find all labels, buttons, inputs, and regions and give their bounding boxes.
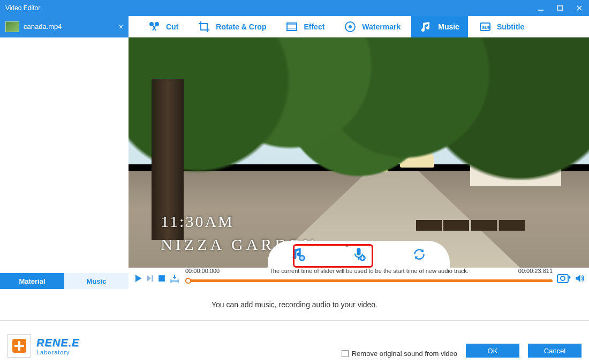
- step-button[interactable]: [145, 273, 155, 284]
- remove-original-sound-label: Remove original sound from video: [352, 350, 457, 358]
- playback-buttons: [133, 273, 181, 284]
- tab-subtitle[interactable]: SUB Subtitle: [470, 16, 533, 37]
- stop-button[interactable]: [156, 273, 167, 284]
- minimize-button[interactable]: [531, 0, 550, 16]
- svg-text:SUB: SUB: [482, 25, 491, 30]
- file-tab[interactable]: canada.mp4 ×: [0, 16, 129, 37]
- close-button[interactable]: [570, 0, 589, 16]
- side-tab-music-label: Music: [87, 277, 107, 285]
- toolbar: Cut Rotate & Crop Effect Watermark Music…: [129, 16, 589, 37]
- tab-rotate-crop[interactable]: Rotate & Crop: [189, 16, 275, 37]
- music-panel-hint: You can add music, recording audio to yo…: [0, 289, 589, 320]
- window-controls: [531, 0, 589, 16]
- ok-button[interactable]: OK: [466, 344, 519, 358]
- file-name: canada.mp4: [24, 22, 62, 31]
- svg-point-14: [561, 276, 565, 280]
- music-plus-icon: [291, 247, 306, 262]
- timeline-track[interactable]: [185, 279, 553, 282]
- close-tab-icon[interactable]: ×: [119, 22, 123, 31]
- tab-music[interactable]: Music: [411, 16, 468, 37]
- side-tab-music[interactable]: Music: [64, 273, 129, 289]
- timeline-playhead[interactable]: [185, 278, 191, 284]
- music-panel-hint-text: You can add music, recording audio to yo…: [212, 300, 377, 309]
- svg-rect-10: [357, 248, 360, 255]
- cancel-button[interactable]: Cancel: [528, 344, 582, 358]
- video-overlay-time: 11:30AM: [161, 213, 234, 231]
- mic-plus-icon: [351, 247, 366, 262]
- audio-action-bubble: ⌄: [268, 241, 450, 268]
- music-note-icon: [420, 20, 433, 33]
- side-tabs: Material Music: [0, 273, 129, 289]
- tab-effect[interactable]: Effect: [277, 16, 333, 37]
- timeline[interactable]: 00:00:00.000 00:00:23.811 The current ti…: [185, 268, 553, 289]
- filmstrip-icon: [285, 20, 298, 33]
- tab-watermark[interactable]: Watermark: [335, 16, 409, 37]
- scissors-icon: [148, 20, 161, 33]
- top-row: canada.mp4 × Cut Rotate & Crop Effect Wa…: [0, 16, 589, 37]
- subtitle-icon: SUB: [479, 20, 492, 33]
- file-tab-area: canada.mp4 ×: [0, 16, 129, 37]
- playback-bar: 00:00:00.000 00:00:23.811 The current ti…: [129, 268, 589, 289]
- brand-text: RENE.E Laboratory: [36, 337, 79, 355]
- snapshot-button[interactable]: [557, 272, 571, 284]
- crop-icon: [198, 20, 210, 33]
- brand-icon: [7, 334, 31, 358]
- add-music-button[interactable]: [289, 245, 307, 263]
- play-button[interactable]: [133, 273, 144, 284]
- volume-button[interactable]: [574, 273, 585, 284]
- sidebar: Material Music: [0, 37, 129, 289]
- svg-rect-4: [287, 23, 297, 31]
- window-title: Video Editor: [5, 4, 40, 12]
- remove-original-sound-checkbox[interactable]: Remove original sound from video: [342, 350, 457, 358]
- brand-line2: Laboratory: [36, 349, 79, 355]
- svg-rect-12: [158, 275, 165, 282]
- tab-cut-label: Cut: [166, 22, 178, 31]
- tab-watermark-label: Watermark: [362, 22, 401, 31]
- ok-button-label: OK: [488, 347, 498, 355]
- maximize-button[interactable]: [550, 0, 570, 16]
- mark-in-out-icon[interactable]: [168, 273, 181, 284]
- timeline-hint: The current time of slider will be used …: [185, 268, 553, 274]
- watermark-icon: [344, 20, 357, 33]
- video-scene: nizza 11:30AM NIZZA GARDEN: [129, 37, 589, 268]
- file-thumbnail: [5, 21, 19, 32]
- tab-cut[interactable]: Cut: [139, 16, 187, 37]
- tab-music-label: Music: [438, 22, 459, 31]
- tab-subtitle-label: Subtitle: [497, 22, 524, 31]
- title-bar: Video Editor: [0, 0, 589, 16]
- side-tab-material[interactable]: Material: [0, 273, 64, 289]
- tab-effect-label: Effect: [304, 22, 324, 31]
- side-tab-material-label: Material: [19, 277, 45, 285]
- refresh-icon: [412, 247, 426, 261]
- refresh-audio-button[interactable]: [410, 245, 428, 263]
- brand-line1: RENE.E: [36, 337, 79, 349]
- main-area: Material Music nizza 11:30AM NIZZA GARDE…: [0, 37, 589, 289]
- svg-rect-1: [557, 6, 563, 10]
- cancel-button-label: Cancel: [544, 347, 565, 355]
- add-recording-button[interactable]: [350, 245, 368, 263]
- tab-rotate-crop-label: Rotate & Crop: [216, 22, 266, 31]
- footer: RENE.E Laboratory Remove original sound …: [0, 320, 589, 364]
- checkbox-icon: [342, 350, 349, 357]
- svg-point-6: [349, 25, 352, 28]
- chevron-down-icon[interactable]: ⌄: [344, 241, 350, 248]
- preview-right-controls: [557, 272, 585, 284]
- brand: RENE.E Laboratory: [7, 334, 79, 358]
- video-preview[interactable]: nizza 11:30AM NIZZA GARDEN ⌄: [129, 37, 589, 268]
- video-column: nizza 11:30AM NIZZA GARDEN ⌄: [129, 37, 589, 289]
